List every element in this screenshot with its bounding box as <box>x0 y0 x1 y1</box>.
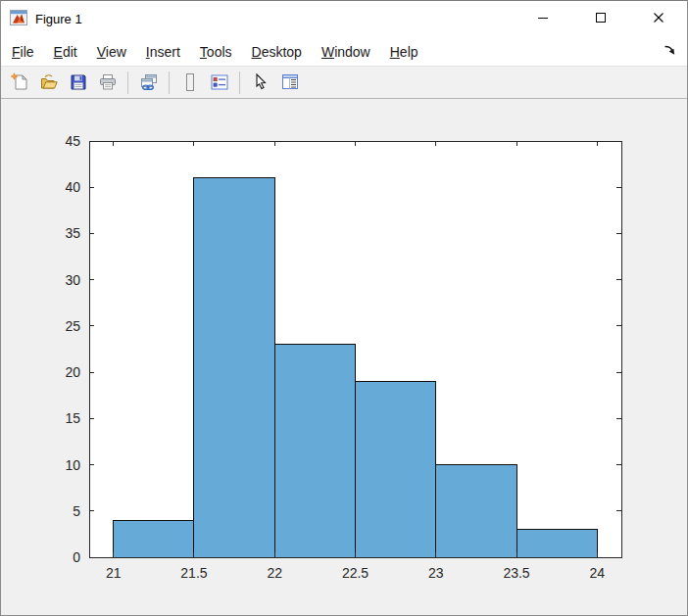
figure-toolbar <box>1 66 687 99</box>
edit-plot-arrow-icon <box>251 72 270 92</box>
x-tick-label: 21.5 <box>180 565 207 581</box>
save-icon <box>69 72 88 92</box>
histogram-bar <box>356 382 436 557</box>
window-controls <box>514 1 687 37</box>
minimize-icon <box>537 12 549 26</box>
toolbar-separator <box>239 71 240 94</box>
y-tick-label: 15 <box>65 410 80 426</box>
figure-window: Figure 1 FileEditViewInsertToolsDesktopW… <box>0 0 688 616</box>
menu-item-desktop[interactable]: Desktop <box>242 40 312 64</box>
open-folder-icon <box>39 72 59 92</box>
close-icon <box>653 12 664 26</box>
menu-item-tools[interactable]: Tools <box>190 40 242 64</box>
matlab-logo-icon <box>10 10 27 29</box>
histogram-bar <box>436 465 516 557</box>
histogram-bar <box>194 178 274 557</box>
y-tick-label: 35 <box>65 225 80 241</box>
title-bar[interactable]: Figure 1 <box>1 1 687 37</box>
y-tick-label: 25 <box>65 318 80 334</box>
minimize-button[interactable] <box>514 1 571 37</box>
new-figure-icon <box>10 72 29 92</box>
menu-item-window[interactable]: Window <box>312 40 380 64</box>
new-figure-button[interactable] <box>6 70 32 96</box>
maximize-button[interactable] <box>571 1 629 37</box>
window-title: Figure 1 <box>35 12 82 26</box>
histogram-bar <box>274 345 355 557</box>
dock-figure-icon <box>663 43 676 60</box>
menu-item-view[interactable]: View <box>87 40 136 64</box>
histogram-bar <box>114 520 194 557</box>
x-tick-label: 22.5 <box>342 565 369 581</box>
property-inspector-icon <box>280 72 300 92</box>
open-file-button[interactable] <box>35 70 62 96</box>
print-figure-button[interactable] <box>94 70 121 96</box>
maximize-icon <box>595 12 607 26</box>
toolbar-separator <box>127 71 128 94</box>
y-tick-label: 20 <box>65 364 80 380</box>
histogram-bar <box>516 530 597 557</box>
save-figure-button[interactable] <box>65 70 91 96</box>
menu-bar: FileEditViewInsertToolsDesktopWindowHelp <box>1 37 687 66</box>
y-tick-label: 45 <box>65 133 80 149</box>
menu-item-file[interactable]: File <box>2 40 44 64</box>
legend-icon <box>210 72 229 92</box>
histogram-chart: 2121.52222.52323.524051015202530354045 <box>1 99 687 615</box>
close-button[interactable] <box>629 1 687 37</box>
x-tick-label: 23.5 <box>503 565 529 581</box>
dock-figure-button[interactable] <box>663 43 676 60</box>
x-tick-label: 24 <box>590 565 606 581</box>
y-tick-label: 40 <box>65 179 80 195</box>
link-plot-button[interactable] <box>135 70 162 96</box>
figure-canvas: 2121.52222.52323.524051015202530354045 <box>1 99 687 615</box>
menu-items: FileEditViewInsertToolsDesktopWindowHelp <box>2 40 428 64</box>
menu-item-help[interactable]: Help <box>380 40 428 64</box>
property-inspector-button[interactable] <box>276 70 303 96</box>
menu-item-insert[interactable]: Insert <box>136 40 190 64</box>
x-tick-label: 23 <box>428 565 444 581</box>
y-tick-label: 5 <box>73 503 80 519</box>
x-tick-label: 21 <box>106 565 122 581</box>
x-tick-label: 22 <box>267 565 282 581</box>
y-tick-label: 0 <box>73 549 80 565</box>
y-tick-label: 10 <box>65 457 80 473</box>
insert-legend-button[interactable] <box>206 70 232 96</box>
insert-colorbar-button[interactable] <box>176 70 203 96</box>
colorbar-icon <box>180 72 200 92</box>
link-plot-icon <box>139 72 159 92</box>
toolbar-items <box>6 70 303 96</box>
print-icon <box>98 72 118 92</box>
toolbar-separator <box>169 71 170 94</box>
menu-item-edit[interactable]: Edit <box>44 40 87 64</box>
y-tick-label: 30 <box>65 272 80 288</box>
edit-plot-button[interactable] <box>247 70 273 96</box>
